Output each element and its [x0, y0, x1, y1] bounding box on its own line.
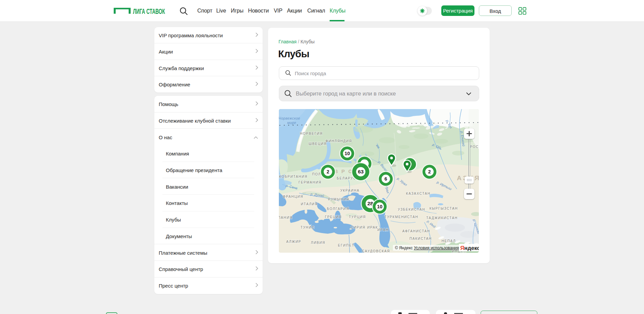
svg-text:ГРЕЦИЯ: ГРЕЦИЯ [325, 215, 342, 219]
svg-text:УКРАИНА: УКРАИНА [340, 189, 359, 192]
svg-text:6: 6 [384, 176, 387, 182]
svg-text:10: 10 [345, 151, 350, 156]
svg-text:ЛИГА СТАВОК: ЛИГА СТАВОК [133, 8, 165, 15]
svg-text:РУМЫНИЯ: РУМЫНИЯ [328, 197, 350, 201]
svg-text:ПАКИСТАН: ПАКИСТАН [409, 237, 432, 240]
svg-text:© Яндекс Условия использования: © Яндекс Условия использования [395, 246, 459, 250]
svg-text:ИРАН: ИРАН [377, 228, 388, 232]
svg-text:Норвежское: Норвежское [279, 116, 300, 120]
svg-text:ВЕЛИКОБРИТАНИЯ: ВЕЛИКОБРИТАНИЯ [279, 175, 308, 179]
svg-text:АФГАНИСТАН: АФГАНИСТАН [402, 229, 430, 233]
svg-text:АЛЖИР: АЛЖИР [286, 240, 302, 244]
svg-text:ИРАК: ИРАК [367, 226, 378, 229]
svg-text:КЫРГЫЗСТАН: КЫРГЫЗСТАН [429, 207, 458, 210]
svg-text:БОЛГАРИЯ: БОЛГАРИЯ [327, 207, 349, 211]
svg-text:море: море [287, 121, 296, 125]
svg-text:ЕГИПЕТ: ЕГИПЕТ [338, 244, 355, 247]
svg-text:ТУНИС: ТУНИС [301, 226, 315, 229]
svg-text:ЛИВИЯ: ЛИВИЯ [311, 241, 326, 245]
svg-text:ФРАНЦИЯ: ФРАНЦИЯ [283, 195, 304, 198]
svg-text:ТУРЦИЯ: ТУРЦИЯ [349, 215, 366, 219]
svg-text:СИРИЯ: СИРИЯ [351, 226, 365, 229]
svg-text:НОРВЕГИЯ: НОРВЕГИЯ [300, 132, 323, 135]
svg-text:НЕПАЛ: НЕПАЛ [442, 239, 456, 243]
svg-text:10: 10 [377, 204, 382, 209]
svg-text:ИТАЛИЯ: ИТАЛИЯ [301, 202, 318, 206]
svg-text:ГЕРМАНИЯ: ГЕРМАНИЯ [298, 181, 321, 184]
svg-text:63: 63 [358, 169, 364, 174]
svg-text:2: 2 [428, 169, 431, 174]
svg-text:Яндекс: Яндекс [460, 245, 479, 251]
svg-text:ФИНЛЯНДИЯ: ФИНЛЯНДИЯ [326, 139, 352, 143]
svg-text:САУДОВСКАЯ: САУДОВСКАЯ [362, 249, 390, 253]
svg-text:ТАДЖИКИСТАН: ТАДЖИКИСТАН [426, 216, 458, 220]
svg-text:ИСПАНИЯ: ИСПАНИЯ [279, 216, 293, 219]
svg-text:ШВЕЦИЯ: ШВЕЦИЯ [309, 142, 327, 146]
svg-text:ТУРКМЕНИСТАН: ТУРКМЕНИСТАН [384, 215, 418, 219]
svg-text:2: 2 [327, 169, 329, 174]
svg-text:КАЗАХСТАН: КАЗАХСТАН [406, 192, 430, 195]
svg-text:РОССИЯ: РОССИЯ [470, 145, 479, 149]
svg-text:УЗБЕКИСТАН: УЗБЕКИСТАН [398, 208, 425, 211]
